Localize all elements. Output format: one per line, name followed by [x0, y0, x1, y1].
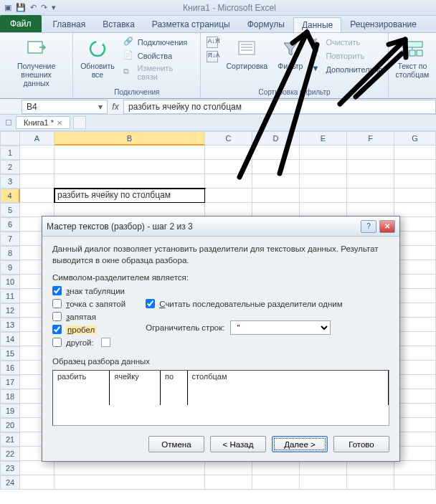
fx-button[interactable]: fx	[108, 102, 123, 112]
row-header[interactable]: 5	[0, 203, 20, 217]
tab-file[interactable]: Файл	[0, 15, 42, 32]
cell[interactable]	[205, 160, 252, 174]
row-header[interactable]: 3	[0, 174, 20, 189]
col-header-B[interactable]: B	[54, 131, 205, 146]
cell[interactable]	[20, 146, 54, 160]
cell[interactable]	[394, 475, 436, 490]
cancel-button[interactable]: Отмена	[148, 436, 204, 452]
col-header-G[interactable]: G	[394, 131, 436, 146]
cell[interactable]	[394, 146, 436, 160]
namebox-dropdown-icon[interactable]: ▾	[98, 102, 103, 112]
tab-home[interactable]: Главная	[44, 16, 95, 32]
qat-undo-icon[interactable]: ↶	[30, 3, 37, 12]
cell[interactable]	[205, 475, 252, 490]
row-header[interactable]: 4	[0, 189, 20, 203]
next-button[interactable]: Далее >	[272, 436, 328, 452]
delimiter-tab-checkbox[interactable]: ззнак табуляциинак табуляции	[52, 286, 125, 295]
col-header-E[interactable]: E	[300, 131, 347, 146]
cell[interactable]	[300, 475, 347, 490]
cell[interactable]	[394, 418, 436, 432]
cell[interactable]	[394, 432, 436, 447]
workbook-tab[interactable]: Книга1 * ✕	[16, 116, 70, 129]
cell[interactable]	[252, 203, 300, 217]
cell[interactable]	[205, 203, 252, 217]
cell[interactable]	[394, 318, 436, 332]
row-header[interactable]: 6	[0, 217, 20, 232]
cell[interactable]	[20, 461, 54, 475]
cell[interactable]	[394, 375, 436, 389]
cell[interactable]	[205, 189, 252, 203]
filter-button[interactable]: Фильтр	[276, 36, 304, 72]
cell[interactable]	[394, 203, 436, 217]
text-qualifier-select[interactable]: "	[230, 320, 331, 335]
tab-page-layout[interactable]: Разметка страницы	[143, 16, 239, 32]
cell[interactable]	[394, 289, 436, 303]
row-header[interactable]: 7	[0, 232, 20, 246]
sort-az-button[interactable]: А↓Я	[207, 36, 218, 49]
cell[interactable]	[20, 475, 54, 490]
tab-review[interactable]: Рецензирование	[341, 16, 425, 32]
formula-input[interactable]: разбить ячейку по столбцам	[123, 100, 436, 114]
row-header[interactable]: 14	[0, 332, 20, 346]
cell[interactable]	[252, 146, 300, 160]
row-header[interactable]: 20	[0, 418, 20, 432]
row-header[interactable]: 21	[0, 432, 20, 447]
finish-button[interactable]: Готово	[333, 436, 389, 452]
delimiter-comma-checkbox[interactable]: запятая	[52, 312, 125, 321]
tab-formulas[interactable]: Формулы	[239, 16, 293, 32]
row-header[interactable]: 15	[0, 346, 20, 361]
cell[interactable]	[394, 246, 436, 260]
row-header[interactable]: 17	[0, 375, 20, 389]
cell[interactable]	[300, 203, 347, 217]
close-workbook-icon[interactable]: ✕	[57, 119, 62, 127]
cell[interactable]	[394, 404, 436, 418]
col-header-A[interactable]: A	[20, 131, 54, 146]
dialog-help-button[interactable]: ?	[361, 220, 376, 233]
row-header[interactable]: 19	[0, 404, 20, 418]
cell[interactable]	[20, 189, 54, 203]
cell[interactable]	[394, 174, 436, 189]
sort-button[interactable]: Сортировка	[225, 36, 270, 72]
cell[interactable]	[347, 174, 394, 189]
row-header[interactable]: 13	[0, 318, 20, 332]
cell[interactable]	[394, 346, 436, 361]
cell[interactable]	[252, 160, 300, 174]
cell[interactable]	[252, 475, 300, 490]
qat-redo-icon[interactable]: ↷	[41, 3, 47, 12]
cell[interactable]	[394, 361, 436, 375]
cell[interactable]	[20, 174, 54, 189]
cell[interactable]	[347, 461, 394, 475]
cell[interactable]	[54, 461, 205, 475]
reapply-button[interactable]: ↻Повторить	[311, 49, 382, 62]
sort-za-button[interactable]: Я↓А	[207, 50, 218, 63]
cell[interactable]	[347, 160, 394, 174]
cell[interactable]	[252, 461, 300, 475]
delimiter-semicolon-checkbox[interactable]: точка с запятой	[52, 299, 125, 308]
cell[interactable]	[205, 461, 252, 475]
cell[interactable]	[252, 189, 300, 203]
cell[interactable]	[347, 475, 394, 490]
cell[interactable]	[54, 203, 205, 217]
cell[interactable]	[300, 146, 347, 160]
cell[interactable]	[394, 447, 436, 461]
cell[interactable]	[347, 146, 394, 160]
row-header[interactable]: 18	[0, 389, 20, 404]
row-header[interactable]: 8	[0, 246, 20, 260]
delimiter-other-input[interactable]	[101, 338, 110, 347]
cell[interactable]	[394, 217, 436, 232]
cell[interactable]	[252, 174, 300, 189]
cell[interactable]	[394, 232, 436, 246]
cell[interactable]	[54, 146, 205, 160]
delimiter-other-checkbox[interactable]: другой:	[52, 338, 125, 347]
delimiter-space-checkbox[interactable]: пробел	[52, 325, 125, 334]
cell[interactable]	[394, 260, 436, 275]
col-header-F[interactable]: F	[347, 131, 394, 146]
row-header[interactable]: 2	[0, 160, 20, 174]
clear-filter-button[interactable]: ✖Очистить	[311, 36, 382, 49]
get-external-data-button[interactable]: Получение внешних данных	[6, 36, 67, 89]
row-header[interactable]: 22	[0, 447, 20, 461]
cell[interactable]	[394, 389, 436, 404]
cell[interactable]	[300, 189, 347, 203]
row-header[interactable]: 10	[0, 275, 20, 289]
refresh-all-button[interactable]: Обновить все	[79, 36, 116, 80]
